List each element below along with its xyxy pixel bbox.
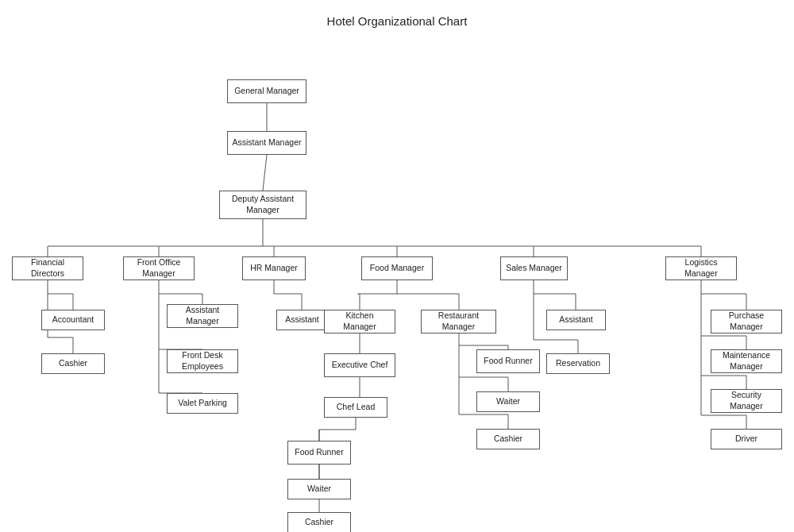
node-kitchen-manager: Kitchen Manager bbox=[324, 310, 395, 333]
node-food-runner-km: Food Runner bbox=[287, 441, 351, 465]
node-purchase-manager: Purchase Manager bbox=[711, 310, 782, 333]
node-sales-manager: Sales Manager bbox=[500, 256, 568, 280]
page-title: Hotel Organizational Chart bbox=[0, 0, 794, 36]
node-front-desk: Front Desk Employees bbox=[167, 349, 238, 373]
node-general-manager: General Manager bbox=[227, 79, 306, 103]
node-maintenance-manager: Maintenance Manager bbox=[711, 349, 782, 373]
node-assistant-hr: Assistant bbox=[276, 310, 328, 330]
node-security-manager: Security Manager bbox=[711, 389, 782, 413]
node-cashier-fin: Cashier bbox=[41, 353, 105, 374]
node-front-office-manager: Front Office Manager bbox=[123, 256, 195, 280]
node-assistant-sales: Assistant bbox=[546, 310, 606, 330]
node-waiter-km: Waiter bbox=[287, 479, 351, 499]
node-deputy-assistant: Deputy Assistant Manager bbox=[219, 191, 306, 219]
node-logistics-manager: Logistics Manager bbox=[665, 256, 737, 280]
node-executive-chef: Executive Chef bbox=[324, 353, 395, 377]
node-cashier-rm: Cashier bbox=[476, 429, 540, 449]
node-valet-parking: Valet Parking bbox=[167, 393, 238, 414]
node-food-manager: Food Manager bbox=[361, 256, 433, 280]
svg-line-1 bbox=[263, 155, 267, 191]
node-waiter-rm: Waiter bbox=[476, 391, 540, 412]
node-restaurant-manager: Restaurant Manager bbox=[421, 310, 496, 333]
node-chef-lead: Chef Lead bbox=[324, 397, 387, 418]
node-driver: Driver bbox=[711, 429, 782, 449]
node-assistant-manager: Assistant Manager bbox=[227, 131, 306, 155]
org-chart: General Manager Assistant Manager Deputy… bbox=[0, 36, 794, 532]
node-hr-manager: HR Manager bbox=[242, 256, 306, 280]
node-accountant: Accountant bbox=[41, 310, 105, 330]
connector-lines bbox=[0, 36, 794, 532]
node-cashier-km: Cashier bbox=[287, 512, 351, 532]
node-reservation: Reservation bbox=[546, 353, 610, 374]
node-financial-directors: Financial Directors bbox=[12, 256, 83, 280]
node-food-runner-rm: Food Runner bbox=[476, 349, 540, 373]
node-asst-manager-fo: Assistant Manager bbox=[167, 304, 238, 328]
